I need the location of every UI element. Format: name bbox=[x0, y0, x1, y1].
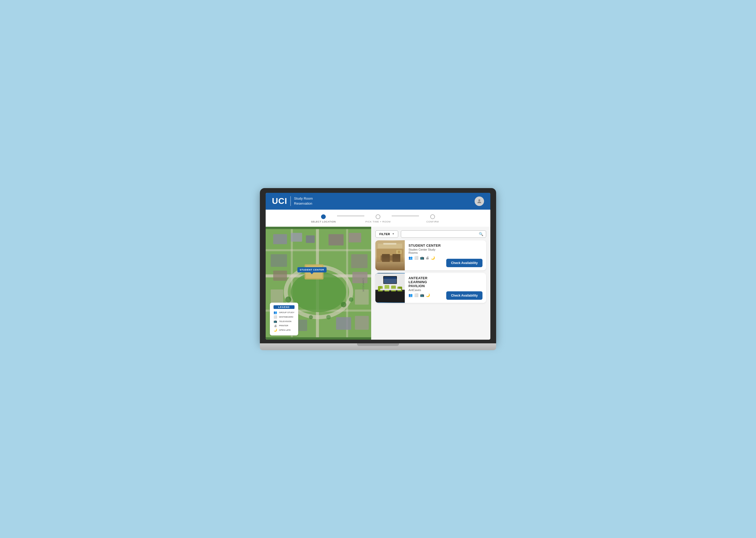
navbar-title-line1: Study Room bbox=[294, 196, 313, 201]
step-1[interactable]: SELECT LOCATION bbox=[310, 214, 337, 223]
legend-item-printer: 🖨 PRINTER bbox=[273, 324, 295, 327]
svg-rect-38 bbox=[382, 254, 390, 262]
legend-item-group-study: 👥 GROUP STUDY bbox=[273, 311, 295, 314]
group-study-icon: 👥 bbox=[273, 311, 277, 314]
legend-label-whiteboard: WHITEBOARD bbox=[279, 316, 293, 318]
main-content: CAMPUS DR STUDENT CENTER LEGEND 👥 GROUP … bbox=[266, 227, 490, 340]
map-area: CAMPUS DR STUDENT CENTER LEGEND 👥 GROUP … bbox=[266, 227, 371, 340]
legend-item-whiteboard: ⬜ WHITEBOARD bbox=[273, 315, 295, 319]
svg-point-30 bbox=[349, 297, 353, 301]
amenity-group-icon: 👥 bbox=[408, 256, 413, 260]
amenity-tv-icon: 📺 bbox=[420, 256, 424, 260]
amenity-whiteboard-icon: ⬜ bbox=[414, 256, 418, 260]
svg-text:CAMPUS DR: CAMPUS DR bbox=[362, 278, 365, 292]
card-title-student-center: STUDENT CENTER bbox=[408, 243, 443, 247]
check-availability-button-anteater[interactable]: Check Availability bbox=[446, 291, 483, 300]
step-3[interactable]: CONFIRM bbox=[419, 214, 446, 223]
svg-rect-15 bbox=[271, 254, 287, 267]
svg-rect-13 bbox=[328, 234, 343, 245]
laptop-container: UCI Study Room Reservation bbox=[260, 188, 496, 350]
svg-rect-16 bbox=[273, 271, 287, 281]
legend-item-television: 📺 TELEVISION bbox=[273, 320, 295, 323]
location-card-student-center: STUDENT CENTER Studen Center Study Rooms… bbox=[375, 241, 486, 270]
svg-rect-48 bbox=[384, 277, 397, 284]
printer-icon: 🖨 bbox=[273, 324, 277, 327]
search-button[interactable]: 🔍 bbox=[479, 232, 483, 236]
legend-label-printer: PRINTER bbox=[279, 324, 288, 327]
svg-point-31 bbox=[309, 315, 313, 319]
card-amenities-anteater: 👥 ⬜ 📺 🌙 bbox=[408, 293, 443, 297]
step-circle-1 bbox=[321, 214, 326, 219]
svg-point-0 bbox=[478, 199, 480, 201]
whiteboard-icon: ⬜ bbox=[273, 315, 277, 319]
card-amenities-student-center: 👥 ⬜ 📺 🖨 🌙 bbox=[408, 256, 443, 260]
legend-item-open-late: 🌙 OPEN LATE bbox=[273, 328, 295, 332]
navbar-logo: UCI Study Room Reservation bbox=[272, 196, 313, 206]
card-title-anteater: ANTEATER LEARNING PAVILION bbox=[408, 276, 443, 288]
svg-rect-42 bbox=[398, 250, 400, 253]
svg-rect-53 bbox=[380, 289, 401, 290]
navbar-title: Study Room Reservation bbox=[290, 196, 313, 206]
card-actions-student-center: Check Availability bbox=[446, 241, 486, 270]
svg-rect-11 bbox=[291, 233, 302, 242]
campus-map: CAMPUS DR STUDENT CENTER LEGEND 👥 GROUP … bbox=[266, 227, 371, 340]
svg-rect-39 bbox=[393, 254, 400, 262]
location-card-anteater: ANTEATER LEARNING PAVILION AntCaves 👥 ⬜ … bbox=[375, 273, 486, 303]
legend-label-open-late: OPEN LATE bbox=[279, 329, 291, 331]
legend-label-group-study: GROUP STUDY bbox=[279, 311, 295, 314]
svg-rect-26 bbox=[355, 289, 369, 304]
amenity-printer-icon: 🖨 bbox=[426, 256, 429, 260]
card-subtitle-anteater: AntCaves bbox=[408, 289, 443, 292]
svg-rect-51 bbox=[391, 286, 396, 292]
svg-rect-6 bbox=[266, 249, 371, 251]
chevron-down-icon: ▼ bbox=[392, 233, 394, 235]
amenity-late-icon: 🌙 bbox=[431, 256, 435, 260]
amenity-whiteboard-icon-2: ⬜ bbox=[414, 293, 418, 297]
filter-button[interactable]: FILTER ▼ bbox=[375, 230, 398, 238]
filter-row: FILTER ▼ 🔍 bbox=[375, 230, 486, 238]
legend-label-television: TELEVISION bbox=[279, 320, 291, 323]
user-icon bbox=[476, 198, 482, 204]
step-line-1 bbox=[337, 216, 364, 216]
svg-rect-50 bbox=[385, 285, 389, 292]
svg-point-29 bbox=[341, 301, 346, 307]
card-subtitle-student-center: Studen Center Study Rooms bbox=[408, 248, 443, 254]
screen: UCI Study Room Reservation bbox=[266, 193, 490, 340]
svg-rect-12 bbox=[306, 235, 315, 243]
anteater-pavilion-image bbox=[375, 273, 405, 303]
svg-rect-20 bbox=[352, 272, 367, 283]
step-circle-2 bbox=[376, 214, 380, 219]
svg-rect-54 bbox=[375, 291, 405, 302]
card-image-student-center bbox=[375, 241, 405, 270]
svg-rect-43 bbox=[383, 243, 397, 244]
svg-rect-24 bbox=[355, 316, 369, 330]
stepper: SELECT LOCATION PICK TIME + ROOM CONFIRM bbox=[310, 214, 446, 223]
navbar-title-line2: Reservation bbox=[294, 201, 313, 206]
amenity-late-icon-2: 🌙 bbox=[426, 293, 430, 297]
card-image-anteater bbox=[375, 273, 405, 303]
step-2[interactable]: PICK TIME + ROOM bbox=[364, 214, 392, 223]
filter-label: FILTER bbox=[379, 233, 390, 236]
laptop-base bbox=[260, 343, 496, 350]
amenity-group-icon-2: 👥 bbox=[408, 293, 413, 297]
search-box: 🔍 bbox=[401, 230, 486, 238]
step-line-2 bbox=[392, 216, 419, 216]
avatar[interactable] bbox=[475, 196, 484, 206]
open-late-icon: 🌙 bbox=[273, 328, 277, 332]
anteater-svg bbox=[375, 273, 405, 303]
svg-point-27 bbox=[285, 296, 291, 302]
card-info-student-center: STUDENT CENTER Studen Center Study Rooms… bbox=[405, 241, 446, 270]
screen-bezel: UCI Study Room Reservation bbox=[260, 188, 496, 343]
svg-rect-19 bbox=[351, 254, 367, 268]
check-availability-button-student-center[interactable]: Check Availability bbox=[446, 259, 483, 267]
card-actions-anteater: Check Availability bbox=[446, 273, 486, 303]
navbar: UCI Study Room Reservation bbox=[266, 193, 490, 210]
svg-rect-10 bbox=[273, 234, 287, 244]
study-room-svg bbox=[375, 241, 405, 270]
search-input[interactable] bbox=[404, 231, 479, 238]
student-center-marker[interactable]: STUDENT CENTER bbox=[298, 267, 327, 272]
step-label-3: CONFIRM bbox=[426, 220, 439, 223]
legend-title: LEGEND bbox=[273, 305, 295, 309]
amenity-tv-icon-2: 📺 bbox=[420, 293, 424, 297]
step-label-1: SELECT LOCATION bbox=[311, 220, 336, 223]
